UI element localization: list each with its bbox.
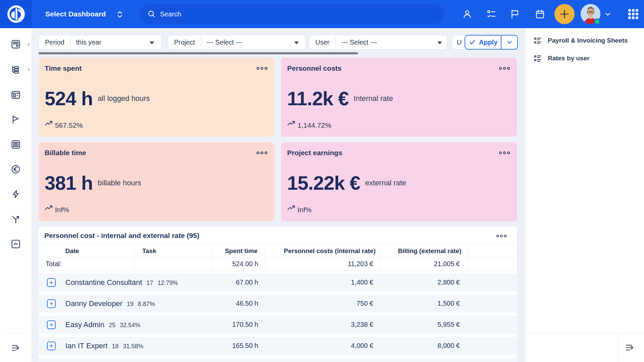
user-icon[interactable] <box>460 0 475 28</box>
table-total-row: Total: 524.00 h 11,203 € 21,005 € <box>39 257 517 271</box>
project-filter-select[interactable]: --- Select --- <box>201 35 304 49</box>
main-content: Period this year Project --- Select --- … <box>32 28 525 362</box>
sidebar-item-dashboards[interactable] <box>10 39 21 50</box>
horizontal-scrollbar-thumb[interactable] <box>39 52 358 54</box>
task-list-icon[interactable] <box>484 0 499 28</box>
card-menu-icon[interactable] <box>499 66 510 72</box>
kpi-card-personnel-costs: Personnel costs 11.2k € Internal rate 1,… <box>281 58 517 137</box>
apply-button[interactable]: Apply <box>465 36 501 49</box>
check-icon <box>469 39 476 46</box>
unfold-chevrons-icon[interactable] <box>115 10 124 20</box>
row-personnel-costs: 4,000 € <box>265 342 373 350</box>
row-percent: 8.87% <box>138 301 155 308</box>
period-filter-label: Period <box>39 35 71 49</box>
sidebar-item-quick-actions[interactable] <box>10 188 21 200</box>
search-input[interactable]: Search <box>139 4 444 24</box>
sidebar-expand-projects-icon[interactable] <box>26 67 31 72</box>
user-filter-select[interactable]: --- Select --- <box>336 35 446 49</box>
dashboard-selector[interactable]: Select Dashboard <box>45 0 106 28</box>
expand-row-button[interactable] <box>47 299 56 308</box>
column-header-task[interactable]: Task <box>142 244 156 258</box>
personnel-cost-table-card: Personnel cost - internal and external r… <box>39 227 517 362</box>
expand-row-button[interactable] <box>47 278 56 287</box>
kpi-value: 381 h <box>45 172 93 194</box>
sidebar-item-payroll-invoicing[interactable]: Payroll & Invoicing Sheets <box>533 35 628 47</box>
sidebar-item-integrations[interactable] <box>10 214 21 225</box>
plus-icon <box>49 322 54 327</box>
kpi-caption: billable hours <box>98 179 141 187</box>
column-header-date[interactable]: Date <box>65 244 79 258</box>
row-personnel-costs: 3,238 € <box>265 321 373 328</box>
row-entry-count: 19 <box>127 301 133 308</box>
euro-coin-icon <box>10 164 21 175</box>
user-avatar[interactable] <box>581 4 600 24</box>
dashboard-icon <box>10 39 21 50</box>
apply-dropdown-button[interactable] <box>501 36 517 49</box>
card-menu-icon[interactable] <box>499 150 510 156</box>
card-menu-icon[interactable] <box>256 66 268 72</box>
expand-row-button[interactable] <box>47 320 56 329</box>
kpi-trend-value: 1,144.72% <box>298 121 331 129</box>
kpi-trend-value: 567.52% <box>55 121 83 129</box>
collapse-left-sidebar-icon[interactable] <box>10 342 21 354</box>
sidebar-item-milestones[interactable] <box>10 114 21 125</box>
row-user-name[interactable]: Easy Admin <box>65 320 104 329</box>
column-header-spent-time[interactable]: Spent time <box>225 244 257 258</box>
row-user-name[interactable]: Ian IT Expert <box>65 342 108 350</box>
right-sidebar: Payroll & Invoicing Sheets Rates by user <box>525 28 644 362</box>
row-percent: 32.54% <box>120 322 140 329</box>
row-entry-count: 18 <box>112 343 119 350</box>
kpi-value: 524 h <box>45 87 93 110</box>
milestone-flag-icon <box>10 114 21 125</box>
row-spent-time: 67.00 h <box>212 279 258 286</box>
card-menu-icon[interactable] <box>256 150 268 156</box>
column-header-billing[interactable]: Billing (external rate) <box>398 244 462 258</box>
left-sidebar <box>0 28 32 362</box>
table-row: Constantine Consultant 17 12.79% 67.00 h… <box>39 274 517 292</box>
calendar-icon[interactable] <box>533 0 547 28</box>
trending-up-icon <box>45 120 53 127</box>
kpi-value: 11.2k € <box>287 87 348 110</box>
kpi-caption: Internal rate <box>354 94 393 103</box>
row-user-name[interactable]: Constantine Consultant <box>65 278 142 287</box>
search-icon <box>147 10 156 18</box>
sidebar-item-modules[interactable] <box>10 139 21 150</box>
sidebar-item-rates-by-user[interactable]: Rates by user <box>533 52 590 64</box>
plus-icon <box>49 343 54 349</box>
kpi-card-billable-time: Billable time 381 h billable hours Inf% <box>39 142 274 221</box>
sidebar-footer-divider <box>525 333 644 333</box>
sidebar-item-updates[interactable] <box>10 238 21 250</box>
table-title: Personnel cost - internal and external r… <box>44 232 199 240</box>
add-new-button[interactable] <box>554 4 575 24</box>
row-user-name[interactable]: Danny Developer <box>65 299 122 308</box>
apps-grid-icon[interactable] <box>626 0 641 28</box>
card-menu-icon[interactable] <box>496 233 507 239</box>
dashboard-selector-label: Select Dashboard <box>45 10 106 18</box>
collapse-right-sidebar-icon[interactable] <box>624 342 636 353</box>
project-filter-value: --- Select --- <box>207 39 243 46</box>
avatar-chevron-down-icon[interactable] <box>601 0 614 28</box>
sidebar-item-news[interactable] <box>10 89 21 101</box>
sidebar-item-projects[interactable] <box>10 64 21 75</box>
row-billing: 5,955 € <box>379 321 460 328</box>
app-logo[interactable] <box>0 0 32 28</box>
top-bar: Select Dashboard Search <box>0 0 644 28</box>
user-filter: User --- Select --- <box>309 35 447 50</box>
row-percent: 31.58% <box>123 343 144 350</box>
kpi-trend-value: Inf% <box>298 206 312 214</box>
column-header-personnel-costs[interactable]: Personnel costs (internal rate) <box>284 244 375 258</box>
kpi-caption: external rate <box>365 179 406 187</box>
project-filter-label: Project <box>168 35 201 49</box>
sidebar-item-money[interactable] <box>10 164 21 175</box>
sidebar-item-label: Rates by user <box>548 55 590 62</box>
expand-row-button[interactable] <box>47 342 56 350</box>
news-panel-icon <box>10 89 21 100</box>
period-filter-value: this year <box>76 39 102 46</box>
row-spent-time: 46.50 h <box>212 300 258 307</box>
period-filter-select[interactable]: this year <box>71 35 159 49</box>
project-filter: Project --- Select --- <box>168 35 306 50</box>
branch-arrows-icon <box>10 214 21 225</box>
sidebar-expand-dashboards-icon[interactable] <box>26 42 31 47</box>
flag-icon[interactable] <box>507 0 522 28</box>
box-chevron-up-icon <box>10 239 21 249</box>
